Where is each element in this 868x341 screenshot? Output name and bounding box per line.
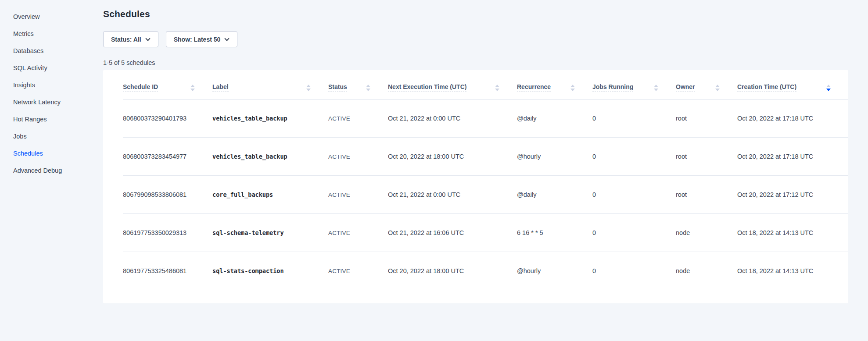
cell-owner: node bbox=[676, 214, 737, 252]
table-row: 806197753350029313sql-schema-telemetryAC… bbox=[123, 214, 848, 252]
sort-icon bbox=[495, 85, 499, 91]
cell-schedule_id: 806800373283454977 bbox=[123, 138, 212, 176]
cell-owner: root bbox=[676, 99, 737, 138]
column-header-next_execution[interactable]: Next Execution Time (UTC) bbox=[388, 70, 517, 99]
column-label: Label bbox=[212, 83, 229, 92]
cell-next_execution: Oct 20, 2022 at 18:00 UTC bbox=[388, 252, 517, 290]
cell-jobs_running: 0 bbox=[592, 252, 676, 290]
show-filter-dropdown[interactable]: Show: Latest 50 bbox=[166, 31, 238, 47]
app-root: OverviewMetricsDatabasesSQL ActivityInsi… bbox=[0, 0, 868, 341]
cell-status: ACTIVE bbox=[328, 99, 388, 138]
sort-icon bbox=[366, 85, 370, 91]
cell-recurrence: @daily bbox=[517, 176, 592, 214]
cell-owner: root bbox=[676, 138, 737, 176]
sort-icon bbox=[570, 85, 575, 91]
column-header-creation_time[interactable]: Creation Time (UTC) bbox=[737, 70, 848, 99]
table-header-row: Schedule IDLabelStatusNext Execution Tim… bbox=[123, 70, 848, 99]
cell-label: sql-schema-telemetry bbox=[212, 214, 328, 252]
cell-owner: node bbox=[676, 252, 737, 290]
cell-schedule_id: 806800373290401793 bbox=[123, 99, 212, 138]
table-body: 806800373290401793vehicles_table_backupA… bbox=[123, 99, 848, 290]
schedules-table-card: Schedule IDLabelStatusNext Execution Tim… bbox=[103, 70, 848, 303]
cell-recurrence: @hourly bbox=[517, 252, 592, 290]
sort-icon bbox=[306, 85, 311, 91]
chevron-down-icon bbox=[225, 36, 230, 41]
sidebar-item-network-latency[interactable]: Network Latency bbox=[13, 98, 103, 107]
cell-label: vehicles_table_backup bbox=[212, 138, 328, 176]
sidebar-list: OverviewMetricsDatabasesSQL ActivityInsi… bbox=[13, 12, 103, 175]
cell-jobs_running: 0 bbox=[592, 138, 676, 176]
cell-jobs_running: 0 bbox=[592, 99, 676, 138]
column-header-status[interactable]: Status bbox=[328, 70, 388, 99]
sort-icon bbox=[654, 85, 658, 91]
schedules-table: Schedule IDLabelStatusNext Execution Tim… bbox=[123, 70, 848, 290]
table-row: 806799098533806081core_full_backupsACTIV… bbox=[123, 176, 848, 214]
cell-next_execution: Oct 21, 2022 at 0:00 UTC bbox=[388, 176, 517, 214]
cell-creation_time: Oct 18, 2022 at 14:13 UTC bbox=[737, 252, 848, 290]
cell-status: ACTIVE bbox=[328, 176, 388, 214]
column-label: Owner bbox=[676, 83, 695, 92]
cell-label: vehicles_table_backup bbox=[212, 99, 328, 138]
cell-next_execution: Oct 20, 2022 at 18:00 UTC bbox=[388, 138, 517, 176]
sidebar-item-advanced-debug[interactable]: Advanced Debug bbox=[13, 166, 103, 175]
column-label: Jobs Running bbox=[592, 83, 633, 92]
table-row: 806197753325486081sql-stats-compactionAC… bbox=[123, 252, 848, 290]
filter-bar: Status: All Show: Latest 50 bbox=[103, 31, 848, 47]
cell-creation_time: Oct 20, 2022 at 17:18 UTC bbox=[737, 99, 848, 138]
status-filter-label: Status: All bbox=[111, 36, 141, 43]
status-filter-dropdown[interactable]: Status: All bbox=[103, 31, 158, 47]
sort-icon bbox=[826, 85, 831, 91]
cell-schedule_id: 806197753325486081 bbox=[123, 252, 212, 290]
column-header-jobs_running[interactable]: Jobs Running bbox=[592, 70, 676, 99]
column-label: Recurrence bbox=[517, 83, 551, 92]
cell-owner: root bbox=[676, 176, 737, 214]
column-header-label[interactable]: Label bbox=[212, 70, 328, 99]
sort-icon bbox=[715, 85, 720, 91]
sidebar-item-sql-activity[interactable]: SQL Activity bbox=[13, 64, 103, 72]
sidebar-item-databases[interactable]: Databases bbox=[13, 46, 103, 55]
main-content: Schedules Status: All Show: Latest 50 1-… bbox=[103, 0, 868, 341]
sort-icon bbox=[190, 85, 195, 91]
column-label: Status bbox=[328, 83, 347, 92]
column-label: Next Execution Time (UTC) bbox=[388, 83, 466, 92]
cell-creation_time: Oct 20, 2022 at 17:18 UTC bbox=[737, 138, 848, 176]
cell-jobs_running: 0 bbox=[592, 214, 676, 252]
sidebar-item-metrics[interactable]: Metrics bbox=[13, 29, 103, 38]
table-row: 806800373290401793vehicles_table_backupA… bbox=[123, 99, 848, 138]
sidebar-item-insights[interactable]: Insights bbox=[13, 81, 103, 89]
cell-label: core_full_backups bbox=[212, 176, 328, 214]
cell-creation_time: Oct 20, 2022 at 17:12 UTC bbox=[737, 176, 848, 214]
column-header-recurrence[interactable]: Recurrence bbox=[517, 70, 592, 99]
sidebar-item-schedules[interactable]: Schedules bbox=[13, 149, 103, 158]
column-label: Schedule ID bbox=[123, 83, 158, 92]
cell-creation_time: Oct 18, 2022 at 14:13 UTC bbox=[737, 214, 848, 252]
sidebar-item-hot-ranges[interactable]: Hot Ranges bbox=[13, 115, 103, 124]
sidebar: OverviewMetricsDatabasesSQL ActivityInsi… bbox=[0, 0, 103, 341]
cell-jobs_running: 0 bbox=[592, 176, 676, 214]
cell-recurrence: 6 16 * * 5 bbox=[517, 214, 592, 252]
sidebar-item-overview[interactable]: Overview bbox=[13, 12, 103, 21]
cell-label: sql-stats-compaction bbox=[212, 252, 328, 290]
chevron-down-icon bbox=[145, 36, 150, 41]
table-row: 806800373283454977vehicles_table_backupA… bbox=[123, 138, 848, 176]
column-label: Creation Time (UTC) bbox=[737, 83, 796, 92]
cell-status: ACTIVE bbox=[328, 214, 388, 252]
cell-status: ACTIVE bbox=[328, 138, 388, 176]
cell-next_execution: Oct 21, 2022 at 0:00 UTC bbox=[388, 99, 517, 138]
cell-recurrence: @daily bbox=[517, 99, 592, 138]
cell-schedule_id: 806197753350029313 bbox=[123, 214, 212, 252]
cell-status: ACTIVE bbox=[328, 252, 388, 290]
cell-schedule_id: 806799098533806081 bbox=[123, 176, 212, 214]
column-header-schedule_id[interactable]: Schedule ID bbox=[123, 70, 212, 99]
cell-next_execution: Oct 21, 2022 at 16:06 UTC bbox=[388, 214, 517, 252]
page-title: Schedules bbox=[103, 9, 848, 19]
cell-recurrence: @hourly bbox=[517, 138, 592, 176]
sidebar-item-jobs[interactable]: Jobs bbox=[13, 132, 103, 141]
column-header-owner[interactable]: Owner bbox=[676, 70, 737, 99]
show-filter-label: Show: Latest 50 bbox=[174, 36, 221, 43]
results-count: 1-5 of 5 schedules bbox=[103, 59, 848, 66]
